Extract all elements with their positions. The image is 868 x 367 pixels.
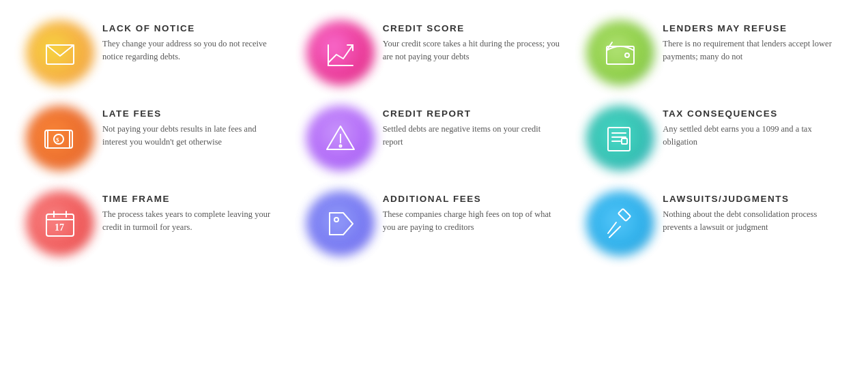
lack-of-notice-icon-blob	[26, 20, 94, 85]
credit-score-title: CREDIT SCORE	[383, 23, 562, 33]
lack-of-notice-text: LACK OF NOTICE They change your address …	[102, 20, 282, 64]
tax-consequences-title: TAX CONSEQUENCES	[663, 108, 842, 119]
svg-line-27	[609, 226, 620, 237]
late-fees-title: LATE FEES	[102, 108, 282, 119]
lenders-may-refuse-description: There is no requirement that lenders acc…	[663, 38, 842, 64]
svg-text:17: 17	[55, 222, 64, 233]
item-tax-consequences: TAX CONSEQUENCES Any settled debt earns …	[581, 99, 848, 177]
lenders-may-refuse-title: LENDERS MAY REFUSE	[663, 23, 842, 33]
tax-consequences-text: TAX CONSEQUENCES Any settled debt earns …	[663, 106, 842, 149]
lawsuits-judgments-title: LAWSUITS/JUDGMENTS	[663, 194, 842, 204]
svg-rect-18	[622, 138, 627, 144]
tax-consequences-icon-blob	[586, 106, 654, 171]
item-lenders-may-refuse: LENDERS MAY REFUSE There is no requireme…	[581, 14, 848, 92]
tax-consequences-description: Any settled debt earns you a 1099 and a …	[663, 123, 842, 149]
lawsuits-judgments-icon-blob	[586, 191, 654, 256]
items-grid: LACK OF NOTICE They change your address …	[20, 14, 848, 263]
lawsuits-judgments-description: Nothing about the debt consolidation pro…	[663, 208, 842, 235]
time-frame-description: The process takes years to complete leav…	[102, 208, 282, 235]
late-fees-icon-blob: $	[26, 106, 94, 171]
additional-fees-text: ADDITIONAL FEES These companies charge h…	[383, 191, 562, 235]
credit-score-text: CREDIT SCORE Your credit score takes a h…	[383, 20, 562, 64]
item-credit-score: CREDIT SCORE Your credit score takes a h…	[301, 14, 568, 92]
credit-report-description: Settled debts are negative items on your…	[383, 123, 562, 149]
lawsuits-judgments-text: LAWSUITS/JUDGMENTS Nothing about the deb…	[663, 191, 842, 235]
item-credit-report: CREDIT REPORT Settled debts are negative…	[301, 99, 568, 177]
item-additional-fees: ADDITIONAL FEES These companies charge h…	[301, 184, 568, 263]
svg-point-4	[625, 53, 629, 57]
additional-fees-title: ADDITIONAL FEES	[383, 194, 562, 204]
credit-report-text: CREDIT REPORT Settled debts are negative…	[383, 106, 562, 149]
svg-point-24	[334, 218, 338, 222]
svg-rect-25	[618, 208, 631, 220]
late-fees-text: LATE FEES Not paying your debts results …	[102, 106, 282, 149]
credit-report-icon-blob	[306, 106, 375, 171]
time-frame-text: TIME FRAME The process takes years to co…	[102, 191, 282, 235]
svg-point-13	[339, 145, 341, 147]
lack-of-notice-description: They change your address so you do not r…	[102, 38, 282, 64]
credit-score-icon-blob	[306, 20, 375, 85]
item-lack-of-notice: LACK OF NOTICE They change your address …	[20, 14, 287, 92]
credit-score-description: Your credit score takes a hit during the…	[383, 38, 562, 64]
additional-fees-icon-blob	[306, 191, 375, 256]
lenders-may-refuse-text: LENDERS MAY REFUSE There is no requireme…	[663, 20, 842, 64]
credit-report-title: CREDIT REPORT	[383, 108, 562, 119]
svg-text:$: $	[56, 136, 59, 143]
late-fees-description: Not paying your debts results in late fe…	[102, 123, 282, 149]
item-lawsuits-judgments: LAWSUITS/JUDGMENTS Nothing about the deb…	[581, 184, 848, 263]
time-frame-icon-blob: 17	[26, 191, 94, 256]
lenders-may-refuse-icon-blob	[586, 20, 654, 85]
lack-of-notice-title: LACK OF NOTICE	[102, 23, 282, 33]
additional-fees-description: These companies charge high fees on top …	[383, 208, 562, 235]
item-time-frame: 17 TIME FRAME The process takes years to…	[20, 184, 287, 263]
time-frame-title: TIME FRAME	[102, 194, 282, 204]
item-late-fees: $ LATE FEES Not paying your debts result…	[20, 99, 287, 177]
